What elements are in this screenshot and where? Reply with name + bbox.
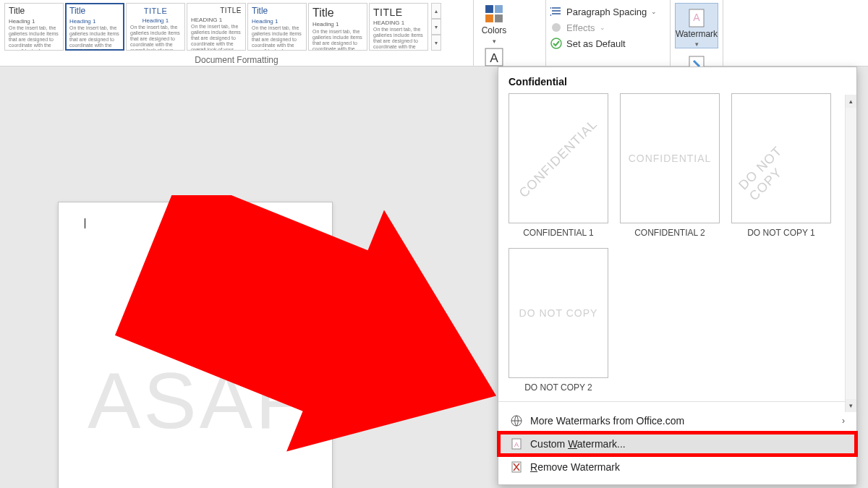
theme-tile[interactable]: TITLE Heading 1 On the insert tab, the g… [126,3,185,51]
svg-text:A: A [693,12,700,23]
watermark-preset-label: DO NOT COPY 2 [524,382,592,393]
scroll-down-icon[interactable]: ▾ [431,19,441,35]
theme-title: TITLE [191,7,242,15]
gallery-expand-icon[interactable]: ▾ [431,35,441,51]
page-icon: A [510,437,523,450]
watermark-preset-label: DO NOT COPY 1 [747,228,815,238]
colors-button[interactable]: Colors ▾ [477,4,511,45]
theme-heading: Heading 1 [312,21,363,27]
custom-watermark-item[interactable]: A Custom Watermark... [498,432,856,455]
group-colors-fonts: Colors ▾ A Fonts ▾ [474,0,546,66]
theme-heading: Heading 1 [252,18,302,25]
theme-title: TITLE [130,7,181,16]
group-label: Document Formatting [0,53,473,68]
dropdown-category: Confidential [498,67,856,93]
effects-label: Effects [566,22,595,33]
theme-lorem: On the insert tab, the galleries include… [373,27,424,51]
theme-tile[interactable]: Title Heading 1 On the insert tab, the g… [65,3,124,51]
chevron-down-icon: ⌄ [600,24,605,31]
svg-rect-2 [485,14,493,22]
chevron-down-icon: ▾ [695,40,699,48]
theme-lorem: On the insert tab, the galleries include… [191,24,242,51]
watermark-preset[interactable]: DO NOT COPY DO NOT COPY 1 [731,93,831,238]
theme-lorem: On the insert tab, the galleries include… [130,25,181,51]
watermark-preset[interactable]: CONFIDENTIAL CONFIDENTIAL 2 [620,93,720,238]
watermark-preset-label: CONFIDENTIAL 2 [634,228,705,238]
themes-gallery[interactable]: Title Heading 1 On the insert tab, the g… [0,0,473,53]
watermark-button[interactable]: A Watermark ▾ [675,3,718,48]
theme-lorem: On the insert tab, the galleries include… [69,25,120,51]
theme-heading: HEADING 1 [373,20,424,26]
group-document-formatting: Title Heading 1 On the insert tab, the g… [0,0,474,66]
paragraph-spacing-button[interactable]: Paragraph Spacing ⌄ [550,6,665,17]
set-as-default-button[interactable]: Set as Default [550,38,665,49]
remove-page-icon [510,461,523,474]
watermark-label: Watermark [676,30,718,39]
colors-label: Colors [482,25,507,35]
theme-lorem: On the insert tab, the galleries include… [252,25,302,51]
watermark-preset[interactable]: CONFIDENTIAL CONFIDENTIAL 1 [509,93,608,238]
checkmark-icon [550,38,562,49]
group-page-background: A Watermark ▾ Page Color ▾ Page Borders [671,0,723,66]
chevron-down-icon: ▾ [493,38,496,45]
watermark-preview: DO NOT COPY [731,93,831,223]
fonts-icon: A [485,48,503,67]
theme-title: Title [312,7,363,20]
chevron-down-icon: ⌄ [651,8,657,15]
svg-rect-3 [495,14,503,22]
theme-tile[interactable]: TITLE HEADING 1 On the insert tab, the g… [187,3,246,51]
theme-tile[interactable]: Title Heading 1 On the insert tab, the g… [247,3,307,51]
remove-watermark-label: Remove Watermark [530,461,620,473]
page-watermark: ASAP [88,354,311,446]
more-watermarks-item[interactable]: More Watermarks from Office.com › [498,409,856,432]
watermark-preset[interactable]: DO NOT COPY DO NOT COPY 2 [509,248,608,393]
effects-icon [550,22,562,33]
theme-heading: Heading 1 [130,17,181,24]
watermark-icon: A [688,8,705,28]
dropdown-scrollbar[interactable]: ▴ ▾ [845,95,856,412]
globe-icon [510,414,523,427]
custom-watermark-label: Custom Watermark... [530,438,626,450]
theme-title: TITLE [373,7,424,18]
ribbon: Title Heading 1 On the insert tab, the g… [0,0,868,67]
theme-title: Title [252,7,302,17]
theme-heading: HEADING 1 [191,17,242,23]
svg-rect-0 [485,5,493,13]
svg-rect-1 [495,5,503,13]
separator [498,401,856,402]
text-cursor [85,218,85,228]
watermark-preview: CONFIDENTIAL [509,93,608,223]
dropdown-menu: More Watermarks from Office.com › A Cust… [498,406,856,484]
theme-heading: Heading 1 [69,18,120,25]
watermark-preview: DO NOT COPY [509,248,608,378]
theme-lorem: On the insert tab, the galleries include… [312,29,363,51]
theme-title: Title [9,7,59,17]
scroll-up-icon[interactable]: ▴ [431,3,441,19]
theme-title: Title [69,7,120,17]
theme-tile[interactable]: Title Heading 1 On the insert tab, the g… [308,3,367,51]
theme-lorem: On the insert tab, the galleries include… [9,25,59,51]
more-watermarks-label: More Watermarks from Office.com [530,415,684,427]
svg-point-7 [551,38,561,48]
paragraph-spacing-icon [550,6,562,17]
theme-heading: Heading 1 [9,18,59,25]
watermark-preset-label: CONFIDENTIAL 1 [523,228,594,238]
effects-button[interactable]: Effects ⌄ [550,22,665,33]
watermark-dropdown: Confidential CONFIDENTIAL CONFIDENTIAL 1… [498,67,857,485]
paragraph-spacing-label: Paragraph Spacing [566,7,647,17]
watermark-preview: CONFIDENTIAL [620,93,720,223]
svg-text:A: A [514,441,519,448]
document-page[interactable]: ASAP [58,202,333,488]
theme-tile[interactable]: TITLE HEADING 1 On the insert tab, the g… [369,3,428,51]
colors-icon [485,4,503,23]
svg-point-6 [552,23,561,32]
remove-watermark-item[interactable]: Remove Watermark [498,455,856,479]
gallery-scrollbar[interactable]: ▴ ▾ ▾ [431,3,441,51]
svg-text:A: A [490,51,498,65]
scroll-up-icon[interactable]: ▴ [846,95,856,108]
chevron-right-icon: › [842,416,845,426]
set-as-default-label: Set as Default [566,38,626,49]
theme-tile[interactable]: Title Heading 1 On the insert tab, the g… [4,3,64,51]
group-effects: Paragraph Spacing ⌄ Effects ⌄ Set as Def… [546,0,671,66]
watermark-gallery: CONFIDENTIAL CONFIDENTIAL 1 CONFIDENTIAL… [498,93,856,397]
